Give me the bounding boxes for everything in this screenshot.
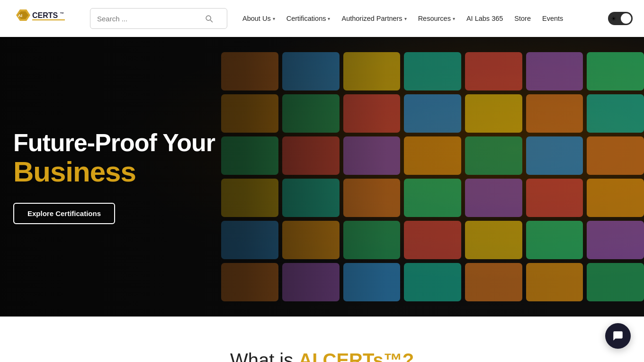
nav-item-events[interactable]: Events [537,12,568,25]
hero-title-line1: Future-Proof Your [13,129,215,156]
certifications-caret: ▾ [328,16,330,21]
chat-icon [612,330,624,342]
search-button[interactable] [201,12,216,25]
logo-link[interactable]: AI CERTS ™ [11,8,81,29]
toggle-knob [621,13,631,24]
hero-title-line2: Business [13,156,215,188]
sun-icon: ☀ [611,15,617,22]
nav-links: About Us ▾ Certifications ▾ Authorized P… [238,12,603,25]
nav-item-resources[interactable]: Resources ▾ [413,12,460,25]
what-is-title-brand: CERTs™? [323,350,414,362]
logo-svg: AI CERTS ™ [11,8,81,29]
search-input[interactable] [97,15,201,23]
what-is-section: What is AI CERTs™? AI CERTs™ offers role… [0,317,644,362]
search-bar [90,8,227,29]
authorized-partners-caret: ▾ [404,16,407,21]
resources-caret: ▾ [453,16,455,21]
svg-text:CERTS: CERTS [32,11,58,19]
nav-item-authorized-partners[interactable]: Authorized Partners ▾ [337,12,411,25]
what-is-title: What is AI CERTs™? [19,350,625,362]
about-us-caret: ▾ [273,16,275,21]
nav-item-store[interactable]: Store [510,12,536,25]
explore-certifications-button[interactable]: Explore Certifications [13,203,115,224]
svg-text:AI: AI [18,13,22,18]
what-is-title-ai: AI [298,350,317,362]
nav-item-ai-labs[interactable]: AI Labs 365 [462,12,508,25]
svg-text:™: ™ [60,11,64,16]
what-is-title-prefix: What is [230,350,298,362]
hero-section: Future-Proof Your Business Explore Certi… [0,37,644,317]
theme-toggle[interactable]: ☀ [608,12,633,25]
nav-item-about-us[interactable]: About Us ▾ [238,12,280,25]
nav-item-certifications[interactable]: Certifications ▾ [282,12,335,25]
hero-content: Future-Proof Your Business Explore Certi… [13,129,215,224]
navbar: AI CERTS ™ About Us ▾ Certifications ▾ A… [0,0,644,37]
search-icon [204,14,214,23]
chat-bubble-button[interactable] [605,323,631,349]
